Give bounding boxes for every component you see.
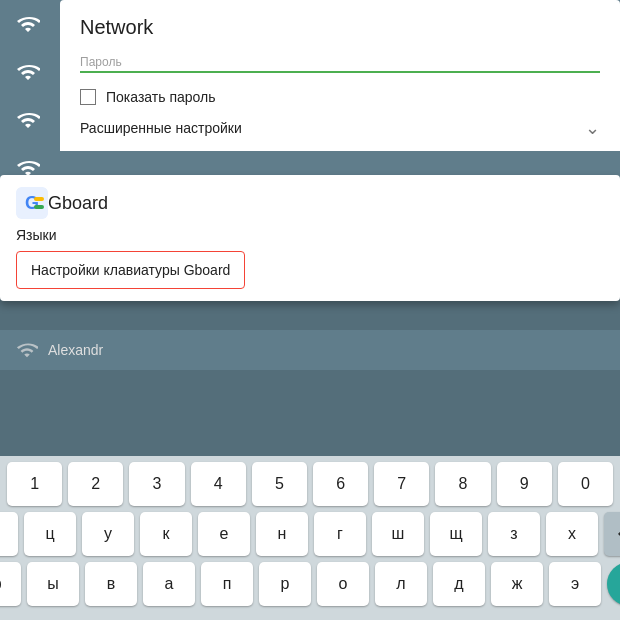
key-7[interactable]: 7 — [374, 462, 429, 506]
key-8[interactable]: 8 — [435, 462, 490, 506]
svg-text:G: G — [25, 193, 39, 213]
gboard-header: G Gboard — [16, 187, 604, 219]
alexandr-name: Alexandr — [48, 342, 103, 358]
key-0[interactable]: 0 — [558, 462, 613, 506]
key-2[interactable]: 2 — [68, 462, 123, 506]
advanced-settings-row[interactable]: Расширенные настройки ⌄ — [80, 117, 600, 139]
key-5[interactable]: 5 — [252, 462, 307, 506]
key-е[interactable]: е — [198, 512, 250, 556]
key-ц[interactable]: ц — [24, 512, 76, 556]
gboard-title: Gboard — [48, 193, 108, 214]
backspace-key[interactable]: ⌫ — [604, 512, 620, 556]
svg-rect-2 — [34, 197, 44, 201]
key-г[interactable]: г — [314, 512, 366, 556]
gboard-languages-label: Языки — [16, 227, 604, 243]
key-й[interactable]: й — [0, 512, 18, 556]
wifi-icon-3 — [16, 108, 40, 132]
chevron-down-icon: ⌄ — [585, 117, 600, 139]
wifi-icon-1 — [16, 12, 40, 36]
password-label: Пароль — [80, 55, 600, 69]
keyboard: 1 2 3 4 5 6 7 8 9 0 й ц у к е н г ш щ з … — [0, 456, 620, 620]
key-щ[interactable]: щ — [430, 512, 482, 556]
keyboard-row-3: ф ы в а п р о л д ж э ✓ — [4, 562, 616, 606]
show-password-row[interactable]: Показать пароль — [80, 89, 600, 105]
key-ж[interactable]: ж — [491, 562, 543, 606]
gboard-popup: G Gboard Языки Настройки клавиатуры Gboa… — [0, 175, 620, 301]
svg-rect-3 — [34, 205, 44, 209]
key-к[interactable]: к — [140, 512, 192, 556]
key-ш[interactable]: ш — [372, 512, 424, 556]
network-title: Network — [80, 16, 600, 39]
key-п[interactable]: п — [201, 562, 253, 606]
keyboard-row-2: й ц у к е н г ш щ з х ⌫ — [4, 512, 616, 556]
password-input-underline — [80, 71, 600, 73]
key-ф[interactable]: ф — [0, 562, 21, 606]
wifi-icon-2 — [16, 60, 40, 84]
gboard-logo-icon: G — [16, 187, 48, 219]
enter-key[interactable]: ✓ — [607, 562, 620, 606]
alexandr-bar[interactable]: Alexandr — [0, 330, 620, 370]
key-у[interactable]: у — [82, 512, 134, 556]
key-э[interactable]: э — [549, 562, 601, 606]
key-н[interactable]: н — [256, 512, 308, 556]
key-1[interactable]: 1 — [7, 462, 62, 506]
advanced-settings-label: Расширенные настройки — [80, 120, 242, 136]
show-password-label: Показать пароль — [106, 89, 216, 105]
key-а[interactable]: а — [143, 562, 195, 606]
gboard-settings-button[interactable]: Настройки клавиатуры Gboard — [16, 251, 245, 289]
key-л[interactable]: л — [375, 562, 427, 606]
show-password-checkbox[interactable] — [80, 89, 96, 105]
key-9[interactable]: 9 — [497, 462, 552, 506]
key-в[interactable]: в — [85, 562, 137, 606]
key-4[interactable]: 4 — [191, 462, 246, 506]
key-ы[interactable]: ы — [27, 562, 79, 606]
key-з[interactable]: з — [488, 512, 540, 556]
key-х[interactable]: х — [546, 512, 598, 556]
key-р[interactable]: р — [259, 562, 311, 606]
key-о[interactable]: о — [317, 562, 369, 606]
keyboard-row-numbers: 1 2 3 4 5 6 7 8 9 0 — [4, 462, 616, 506]
key-3[interactable]: 3 — [129, 462, 184, 506]
alexandr-wifi-icon — [16, 339, 38, 361]
network-dialog-card: Network Пароль Показать пароль Расширенн… — [60, 0, 620, 151]
key-д[interactable]: д — [433, 562, 485, 606]
key-6[interactable]: 6 — [313, 462, 368, 506]
